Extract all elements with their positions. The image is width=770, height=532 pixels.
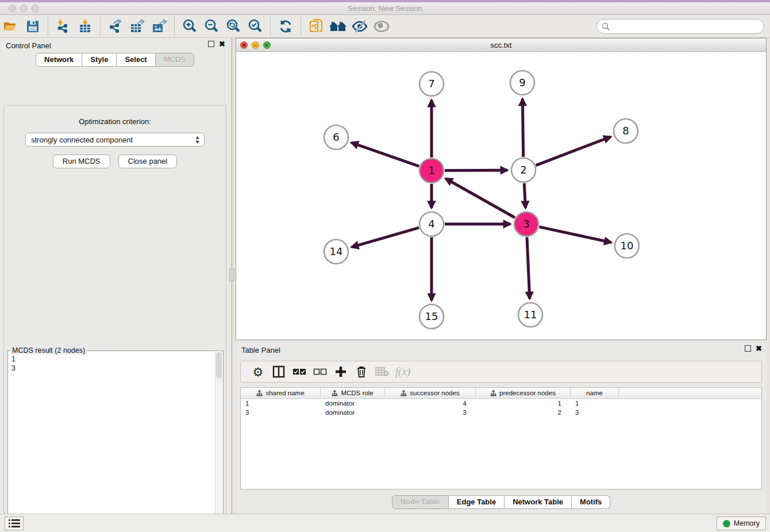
memory-label: Memory bbox=[734, 519, 760, 527]
network-window-titlebar[interactable]: ✕ − + scc.txt bbox=[236, 38, 766, 52]
run-mcds-button[interactable]: Run MCDS bbox=[53, 155, 110, 168]
float-table-panel-icon[interactable] bbox=[745, 345, 751, 352]
cell-name[interactable]: 3 bbox=[571, 408, 619, 417]
network-window-title: scc.txt bbox=[236, 41, 766, 49]
delete-table-icon[interactable] bbox=[372, 363, 392, 380]
table-row[interactable]: 1dominator411 bbox=[241, 399, 761, 408]
node-table[interactable]: shared nameMCDS rolesuccessor nodesprede… bbox=[240, 387, 762, 489]
vertical-splitter-handle[interactable] bbox=[229, 269, 234, 282]
node-label-4: 4 bbox=[428, 218, 434, 230]
table-row[interactable]: 3dominator323 bbox=[241, 408, 761, 417]
edge-3-10[interactable] bbox=[539, 227, 611, 242]
export-network-icon[interactable] bbox=[106, 17, 125, 36]
export-table-icon[interactable] bbox=[128, 17, 147, 36]
node-label-1: 1 bbox=[428, 164, 434, 176]
table-settings-gear-icon[interactable]: ⚙ bbox=[248, 363, 268, 380]
node-label-15: 15 bbox=[425, 310, 438, 322]
edge-2-9[interactable] bbox=[522, 99, 523, 157]
refresh-view-icon[interactable] bbox=[276, 17, 295, 36]
search-field[interactable] bbox=[596, 19, 764, 34]
table-panel-tabs: Node TableEdge TableNetwork TableMotifs bbox=[236, 495, 767, 509]
cell-predecessor-nodes[interactable]: 1 bbox=[476, 399, 571, 408]
node-label-14: 14 bbox=[330, 245, 343, 257]
criterion-selected-value: strongly connected component bbox=[31, 136, 133, 144]
node-label-3: 3 bbox=[523, 218, 529, 230]
toolbar-separator bbox=[301, 17, 301, 36]
hide-eye-icon[interactable] bbox=[350, 17, 369, 36]
task-history-button[interactable] bbox=[5, 516, 24, 530]
node-table-body: 1dominator4113dominator323 bbox=[241, 399, 761, 417]
cell-shared-name[interactable]: 1 bbox=[241, 399, 321, 408]
close-panel-button[interactable]: Close panel bbox=[118, 155, 178, 168]
cell-predecessor-nodes[interactable]: 2 bbox=[476, 408, 571, 417]
criterion-select[interactable]: strongly connected component ▲▼ bbox=[25, 133, 205, 147]
node-label-2: 2 bbox=[520, 164, 526, 176]
column-header-shared-name[interactable]: shared name bbox=[241, 388, 321, 399]
tab-edge-table[interactable]: Edge Table bbox=[449, 495, 505, 509]
import-network-icon[interactable] bbox=[53, 17, 73, 36]
memory-status-icon bbox=[723, 520, 730, 527]
column-header-name[interactable]: name bbox=[571, 388, 619, 399]
open-session-icon[interactable] bbox=[1, 17, 21, 36]
result-line: 1 bbox=[11, 354, 214, 364]
edge-2-8[interactable] bbox=[536, 137, 610, 165]
close-table-panel-icon[interactable]: ✖ bbox=[756, 345, 762, 352]
result-scrollbar-thumb[interactable] bbox=[216, 352, 222, 379]
tab-network-table[interactable]: Network Table bbox=[505, 495, 572, 509]
import-table-icon[interactable] bbox=[75, 17, 95, 36]
select-stepper-icon: ▲▼ bbox=[195, 135, 200, 144]
show-eye-icon[interactable] bbox=[372, 17, 391, 36]
cell-MCDS-role[interactable]: dominator bbox=[321, 399, 385, 408]
home-icon[interactable] bbox=[328, 17, 348, 36]
zoom-fit-icon[interactable] bbox=[224, 17, 243, 36]
tab-node-table[interactable]: Node Table bbox=[392, 495, 449, 509]
float-panel-icon[interactable] bbox=[208, 41, 214, 47]
table-panel: Table Panel ✖ ⚙ bbox=[236, 342, 767, 514]
edge-2-3[interactable] bbox=[524, 183, 525, 208]
add-column-icon[interactable] bbox=[330, 363, 351, 380]
result-scrollbar[interactable] bbox=[215, 352, 222, 532]
cell-successor-nodes[interactable]: 3 bbox=[385, 408, 476, 417]
clone-network-icon[interactable] bbox=[306, 17, 326, 36]
memory-button[interactable]: Memory bbox=[717, 516, 766, 530]
column-header-successor-nodes[interactable]: successor nodes bbox=[385, 388, 476, 399]
zoom-out-icon[interactable] bbox=[202, 17, 221, 36]
cell-name[interactable]: 1 bbox=[571, 399, 619, 408]
close-panel-icon[interactable]: ✖ bbox=[219, 41, 225, 47]
mcds-result-text[interactable]: 13 bbox=[8, 352, 214, 532]
tab-network[interactable]: Network bbox=[36, 53, 82, 67]
zoom-selected-icon[interactable] bbox=[245, 17, 265, 36]
tab-mcds[interactable]: MCDS bbox=[156, 53, 194, 67]
save-session-icon[interactable] bbox=[23, 17, 43, 36]
cell-shared-name[interactable]: 3 bbox=[241, 408, 321, 417]
toggle-columns-icon[interactable] bbox=[268, 363, 289, 380]
table-panel-header: Table Panel ✖ bbox=[236, 342, 767, 357]
network-graph-canvas[interactable]: 7968124314101511 bbox=[236, 52, 766, 340]
tab-style[interactable]: Style bbox=[82, 53, 117, 67]
function-builder-icon[interactable]: f(x) bbox=[392, 363, 413, 380]
control-panel-header: Control Panel ✖ bbox=[0, 38, 230, 53]
edge-3-1[interactable] bbox=[445, 179, 515, 218]
column-header-MCDS-role[interactable]: MCDS role bbox=[321, 388, 385, 399]
search-input[interactable] bbox=[610, 22, 754, 31]
tab-select[interactable]: Select bbox=[117, 53, 155, 67]
cell-successor-nodes[interactable]: 4 bbox=[385, 399, 476, 408]
export-image-icon[interactable] bbox=[149, 17, 169, 36]
edge-1-2[interactable] bbox=[445, 170, 507, 171]
column-header-predecessor-nodes[interactable]: predecessor nodes bbox=[476, 388, 571, 399]
delete-column-icon[interactable] bbox=[351, 363, 372, 380]
table-panel-title: Table Panel bbox=[241, 346, 280, 354]
toolbar-separator bbox=[100, 17, 101, 36]
cell-MCDS-role[interactable]: dominator bbox=[321, 408, 385, 417]
search-icon bbox=[602, 22, 610, 31]
zoom-in-icon[interactable] bbox=[180, 17, 199, 36]
edge-4-14[interactable] bbox=[352, 228, 419, 247]
unselect-all-columns-icon[interactable] bbox=[310, 363, 330, 380]
network-view-window: ✕ − + scc.txt 7968124314101511 bbox=[236, 38, 767, 340]
edge-3-11[interactable] bbox=[527, 237, 530, 299]
list-icon bbox=[9, 519, 20, 528]
select-all-columns-icon[interactable] bbox=[289, 363, 310, 380]
edge-1-6[interactable] bbox=[351, 142, 419, 166]
tab-motifs[interactable]: Motifs bbox=[572, 495, 610, 509]
toolbar-separator bbox=[48, 17, 48, 36]
